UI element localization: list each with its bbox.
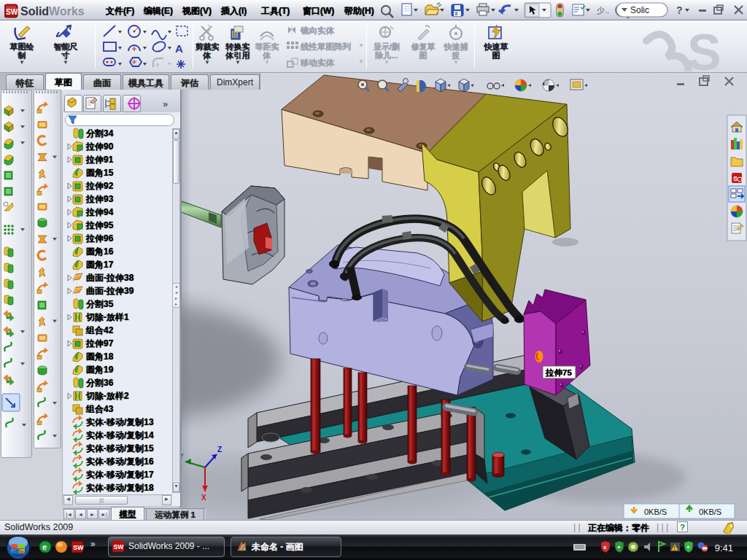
svg-text:拉伸91: 拉伸91 <box>85 155 114 165</box>
svg-text:SW: SW <box>114 543 125 551</box>
svg-text:少..: 少.. <box>597 6 609 15</box>
svg-text:拉伸75: 拉伸75 <box>545 368 572 377</box>
svg-text:S: S <box>687 24 721 71</box>
svg-text:圆角15: 圆角15 <box>86 168 114 178</box>
svg-text:拉伸96: 拉伸96 <box>85 233 114 244</box>
svg-text:Z: Z <box>217 446 222 454</box>
svg-text:e: e <box>42 542 47 551</box>
svg-text:0KB/S: 0KB/S <box>699 508 721 516</box>
svg-text:拉伸94: 拉伸94 <box>85 207 114 217</box>
svg-text:!: ! <box>674 545 676 551</box>
svg-text:?: ? <box>676 4 683 16</box>
svg-text:SolidWorks: SolidWorks <box>20 5 85 18</box>
svg-text:实体-移动/复制13: 实体-移动/复制13 <box>86 417 154 427</box>
svg-text:曲面-拉伸38: 曲面-拉伸38 <box>86 273 134 283</box>
svg-text:9:41: 9:41 <box>715 542 733 553</box>
svg-text:圆角16: 圆角16 <box>86 246 114 257</box>
svg-text:切除-放样2: 切除-放样2 <box>85 391 129 401</box>
svg-text:组合43: 组合43 <box>85 404 114 414</box>
svg-text:拉伸93: 拉伸93 <box>85 194 114 204</box>
svg-text:+: + <box>686 544 690 551</box>
svg-text:分割34: 分割34 <box>85 128 114 139</box>
svg-text:拉伸90: 拉伸90 <box>85 141 114 152</box>
svg-text:A: A <box>175 42 183 55</box>
svg-text:x: x <box>603 544 607 551</box>
svg-text:拉伸97: 拉伸97 <box>85 338 114 349</box>
svg-text:»: » <box>90 539 96 549</box>
svg-text:+: + <box>617 544 621 551</box>
svg-text:曲面-拉伸39: 曲面-拉伸39 <box>86 286 134 296</box>
svg-text:切除-放样1: 切除-放样1 <box>85 312 129 322</box>
svg-text:圆角18: 圆角18 <box>86 351 114 362</box>
svg-text:实体-移动/复制15: 实体-移动/复制15 <box>86 443 154 454</box>
svg-text:X: X <box>201 494 206 502</box>
svg-text:实体-移动/复制16: 实体-移动/复制16 <box>86 456 154 467</box>
svg-text:SW: SW <box>6 8 18 16</box>
svg-text:实体-移动/复制18: 实体-移动/复制18 <box>86 483 154 493</box>
svg-text:SW: SW <box>73 544 84 551</box>
svg-text:0KB/S: 0KB/S <box>644 508 667 516</box>
svg-text:组合42: 组合42 <box>85 325 114 335</box>
svg-text:S: S <box>733 175 738 182</box>
svg-text:分割35: 分割35 <box>85 299 114 309</box>
svg-text:Solic: Solic <box>630 5 649 15</box>
svg-text:圆角17: 圆角17 <box>86 260 114 270</box>
svg-text:拉伸95: 拉伸95 <box>85 220 114 230</box>
svg-text:实体-移动/复制14: 实体-移动/复制14 <box>86 430 154 440</box>
svg-text:圆角19: 圆角19 <box>86 365 114 375</box>
svg-text:分割36: 分割36 <box>85 378 114 388</box>
svg-text:拉伸92: 拉伸92 <box>85 181 114 191</box>
svg-text:实体-移动/复制17: 实体-移动/复制17 <box>86 470 154 480</box>
